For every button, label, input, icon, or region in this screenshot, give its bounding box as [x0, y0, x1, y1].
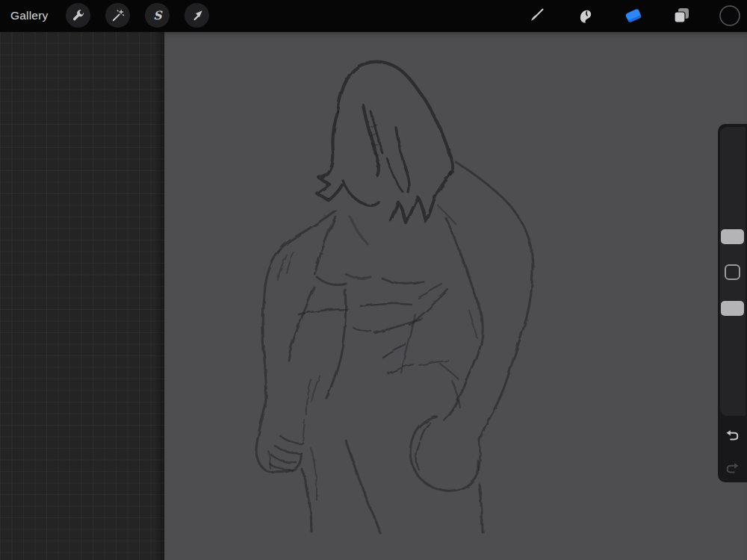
magic-wand-icon	[111, 8, 125, 23]
brush-icon	[526, 5, 547, 26]
top-toolbar: Gallery S	[0, 0, 747, 31]
eraser-icon	[622, 4, 645, 27]
sidebar-tool-controls	[718, 124, 747, 482]
opacity-slider[interactable]	[721, 301, 744, 316]
gallery-button[interactable]: Gallery	[10, 9, 49, 22]
sketch-details	[268, 124, 480, 500]
selection-s-icon: S	[149, 7, 166, 24]
selection-button[interactable]: S	[145, 3, 170, 28]
sketch-body	[256, 163, 533, 533]
actions-button[interactable]	[66, 3, 90, 28]
smudge-icon	[574, 5, 595, 26]
color-button[interactable]	[717, 3, 743, 28]
eraser-tool-button[interactable]	[621, 3, 646, 28]
brush-tool-button[interactable]	[524, 3, 549, 28]
redo-icon	[725, 461, 740, 476]
svg-text:S: S	[153, 8, 163, 22]
wrench-icon	[71, 8, 86, 23]
sketch-hair	[317, 62, 453, 223]
transform-button[interactable]	[185, 3, 209, 28]
undo-icon	[725, 429, 740, 443]
color-swatch-icon	[719, 4, 741, 27]
sketch-figure	[164, 31, 747, 560]
procreate-style-app: { "topbar": { "gallery_label": "Gallery"…	[0, 0, 747, 560]
pasteboard-grid	[0, 31, 164, 560]
smudge-tool-button[interactable]	[572, 3, 598, 28]
layers-icon	[670, 4, 692, 27]
undo-button[interactable]	[718, 423, 747, 448]
adjustments-button[interactable]	[105, 3, 130, 28]
redo-button[interactable]	[718, 455, 747, 481]
transform-arrow-icon	[190, 8, 205, 23]
layers-button[interactable]	[669, 3, 694, 28]
brush-size-slider[interactable]	[721, 229, 744, 244]
modify-button[interactable]	[725, 264, 740, 280]
drawing-canvas[interactable]	[164, 31, 747, 560]
